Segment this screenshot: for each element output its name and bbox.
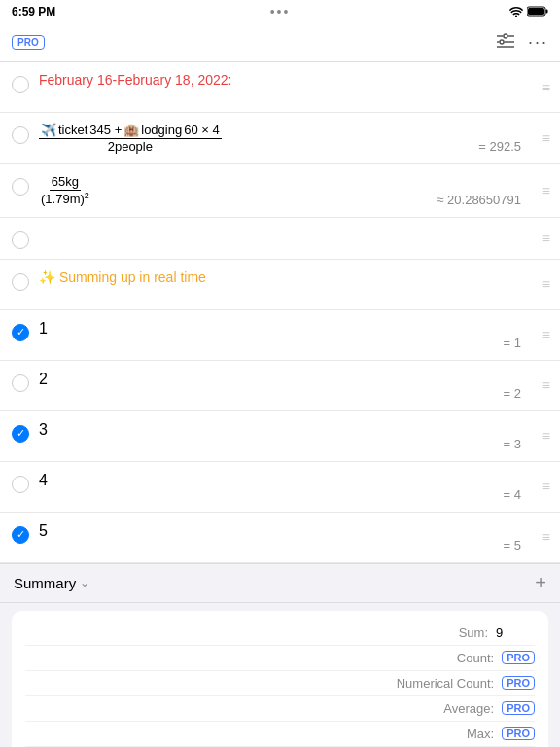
- summary-chevron: ⌄: [80, 576, 89, 589]
- stat-label-average: Average:: [443, 701, 494, 716]
- row-num2: 2 = 2 ≡: [0, 361, 560, 411]
- drag-handle-empty: ≡: [542, 231, 550, 246]
- formula1-content: ✈️ticket345 + 🏨lodging60 × 4 2people: [33, 123, 471, 154]
- stat-pro-count[interactable]: PRO: [502, 651, 535, 664]
- num5-content: 5: [33, 522, 471, 540]
- num2-value: 2: [39, 371, 48, 387]
- date-content: February 16-February 18, 2022:: [33, 72, 548, 88]
- stat-pro-max[interactable]: PRO: [502, 727, 535, 740]
- checkbox-num3[interactable]: [12, 425, 33, 443]
- svg-point-6: [500, 40, 504, 44]
- summary-text: Summary: [14, 575, 76, 591]
- row-num5: 5 = 5 ≡: [0, 513, 560, 563]
- wifi-icon: [509, 6, 523, 18]
- checkbox-date[interactable]: [12, 76, 33, 93]
- row-empty: ≡: [0, 218, 560, 260]
- drag-handle-date: ≡: [542, 80, 550, 95]
- checkbox-num2[interactable]: [12, 374, 33, 392]
- stat-label-max: Max:: [467, 727, 494, 741]
- checkbox-summing[interactable]: [12, 273, 33, 291]
- row-formula2: 65kg (1.79m)2 ≈ 20.28650791 ≡: [0, 164, 560, 218]
- status-dots: •••: [270, 4, 291, 19]
- checkbox-num4[interactable]: [12, 476, 33, 493]
- num1-value: 1: [39, 320, 48, 337]
- row-formula1: ✈️ticket345 + 🏨lodging60 × 4 2people = 2…: [0, 113, 560, 164]
- stat-row-count: Count: PRO: [25, 646, 535, 671]
- summing-content: ✨ Summing up in real time: [33, 269, 548, 285]
- toggle-icon[interactable]: [497, 33, 514, 53]
- num4-result: = 4: [471, 487, 548, 502]
- num4-value: 4: [39, 472, 48, 488]
- more-icon[interactable]: ···: [528, 32, 548, 53]
- stat-label-count: Count:: [457, 651, 494, 665]
- checkbox-formula2[interactable]: [12, 178, 33, 196]
- num5-result: = 5: [471, 538, 548, 552]
- checkbox-num1[interactable]: [12, 324, 33, 341]
- date-text: February 16-February 18, 2022:: [39, 72, 231, 88]
- row-num1: 1 = 1 ≡: [0, 310, 560, 361]
- content-area: February 16-February 18, 2022: ≡ ✈️ticke…: [0, 62, 560, 563]
- num5-value: 5: [39, 522, 48, 539]
- stat-row-sum: Sum: 9: [25, 621, 535, 646]
- num3-result: = 3: [471, 437, 548, 451]
- svg-rect-2: [528, 8, 544, 15]
- row-date: February 16-February 18, 2022: ≡: [0, 62, 560, 113]
- summary-panel: Sum: 9 Count: PRO Numerical Count: PRO A…: [12, 611, 548, 747]
- pro-badge[interactable]: PRO: [12, 35, 45, 50]
- num2-result: = 2: [471, 386, 548, 401]
- svg-point-3: [504, 34, 508, 38]
- status-bar: 6:59 PM •••: [0, 0, 560, 23]
- drag-handle-num5: ≡: [542, 529, 550, 545]
- drag-handle-num3: ≡: [542, 428, 550, 444]
- stat-pro-average[interactable]: PRO: [502, 701, 535, 715]
- summary-label[interactable]: Summary ⌄: [14, 575, 89, 591]
- formula2-result: ≈ 20.28650791: [437, 193, 548, 207]
- checkbox-empty[interactable]: [12, 231, 33, 249]
- summing-text: ✨ Summing up in real time: [39, 269, 206, 285]
- drag-handle-formula1: ≡: [542, 130, 550, 146]
- row-summing: ✨ Summing up in real time ≡: [0, 260, 560, 310]
- num2-content: 2: [33, 371, 471, 388]
- num4-content: 4: [33, 472, 471, 489]
- formula2-content: 65kg (1.79m)2: [33, 174, 437, 207]
- toolbar: PRO ···: [0, 23, 560, 62]
- num1-result: = 1: [471, 336, 548, 350]
- stat-row-max: Max: PRO: [25, 722, 535, 747]
- stat-value-sum: 9: [496, 625, 535, 640]
- stat-label-sum: Sum:: [459, 625, 488, 640]
- num3-value: 3: [39, 421, 48, 438]
- formula1-result: = 292.5: [471, 139, 548, 154]
- stat-pro-numcount[interactable]: PRO: [502, 676, 535, 690]
- stat-row-average: Average: PRO: [25, 696, 535, 722]
- status-right: [509, 6, 548, 18]
- row-num3: 3 = 3 ≡: [0, 411, 560, 462]
- drag-handle-num1: ≡: [542, 327, 550, 342]
- summary-bar[interactable]: Summary ⌄ +: [0, 563, 560, 603]
- toolbar-right: ···: [497, 32, 548, 53]
- stat-row-numcount: Numerical Count: PRO: [25, 671, 535, 696]
- row-num4: 4 = 4 ≡: [0, 462, 560, 513]
- drag-handle-formula2: ≡: [542, 183, 550, 198]
- num3-content: 3: [33, 421, 471, 439]
- stat-label-numcount: Numerical Count:: [397, 676, 494, 691]
- drag-handle-num2: ≡: [542, 377, 550, 393]
- drag-handle-num4: ≡: [542, 479, 550, 494]
- num1-content: 1: [33, 320, 471, 338]
- checkbox-num5[interactable]: [12, 526, 33, 544]
- checkbox-formula1[interactable]: [12, 126, 33, 144]
- svg-rect-1: [546, 9, 548, 13]
- status-time: 6:59 PM: [12, 5, 55, 18]
- drag-handle-summing: ≡: [542, 276, 550, 292]
- summary-plus-button[interactable]: +: [535, 572, 546, 594]
- battery-icon: [527, 6, 548, 18]
